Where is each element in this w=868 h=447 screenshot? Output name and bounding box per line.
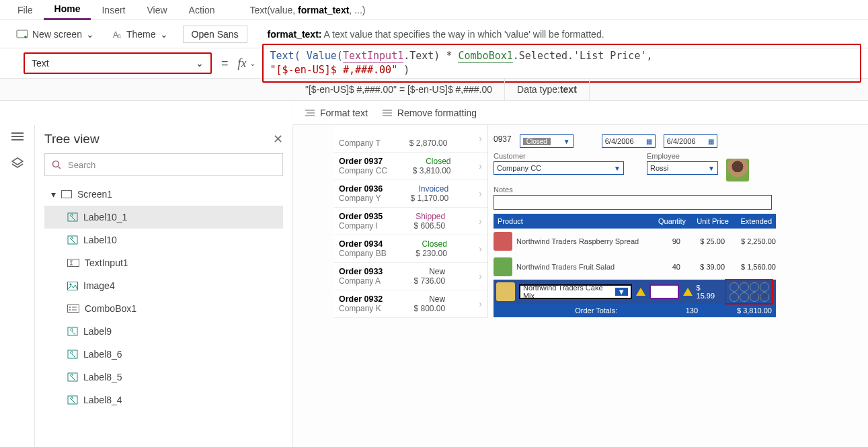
remove-format-icon: [383, 109, 392, 117]
order-row[interactable]: Order 0936Company Y Invoiced$ 1,170.00 ›: [333, 180, 487, 208]
quantity-input[interactable]: [649, 284, 679, 299]
extended-label-selected[interactable]: $ .00: [725, 279, 773, 304]
order-row[interactable]: Order 0934Company BB Closed$ 230.00 ›: [333, 235, 487, 263]
product-image: [494, 232, 512, 251]
line-item: Northwind Traders Fruit Salad 40$ 39.00$…: [494, 254, 776, 280]
menu-insert[interactable]: Insert: [91, 0, 136, 20]
data-type: Data type: text: [505, 78, 590, 101]
tree-node[interactable]: Label8_4: [44, 389, 283, 411]
product-combobox[interactable]: Northwind Traders Cake Mix▼: [519, 284, 632, 299]
theme-icon: Aa: [113, 30, 122, 39]
tree-node[interactable]: Image4: [44, 274, 283, 297]
chevron-down-icon: ⌄: [196, 58, 204, 69]
property-selector[interactable]: Text ⌄: [24, 52, 212, 74]
formula-editor[interactable]: Text( Value(TextInput1.Text) * ComboBox1…: [262, 44, 861, 83]
label-icon: [67, 212, 78, 222]
menu-action[interactable]: Action: [178, 0, 226, 20]
app-canvas: Company T $ 2,870.00 › Order 0937Company…: [293, 125, 868, 447]
theme-button[interactable]: Aa Theme ⌄: [104, 20, 177, 48]
calendar-icon: ▦: [708, 138, 714, 145]
tree-node[interactable]: Label8_5: [44, 366, 283, 389]
remove-formatting-button[interactable]: Remove formatting: [383, 108, 477, 118]
parameter-help: format_text: A text value that specifies…: [247, 29, 861, 40]
label-icon: [67, 327, 78, 336]
order-date-input[interactable]: 6/4/2006▦: [602, 134, 656, 148]
status-dropdown[interactable]: Closed▼: [520, 134, 574, 148]
warning-icon: [683, 288, 693, 296]
tree-node[interactable]: Label10_1: [44, 206, 283, 229]
line-item: Northwind Traders Raspberry Spread 90$ 2…: [494, 229, 776, 254]
order-row[interactable]: Company T $ 2,870.00 ›: [333, 125, 487, 153]
tree-node[interactable]: Label9: [44, 320, 283, 343]
order-row[interactable]: Order 0933Company A New$ 736.00 ›: [333, 263, 487, 290]
chevron-right-icon: ›: [479, 243, 482, 254]
customer-label: Customer: [494, 152, 624, 160]
tree-view-panel: Tree view ✕ Search ▾ Screen1 Label10_1La…: [35, 125, 293, 447]
warning-icon: [636, 288, 645, 296]
menu-home[interactable]: Home: [44, 0, 91, 20]
layers-icon[interactable]: [10, 156, 25, 171]
tree-node[interactable]: Label8_6: [44, 343, 283, 366]
tree-node-label: Label10: [83, 235, 117, 245]
order-detail: 0937 Closed▼ 6/4/2006▦ 6/4/2006▦ Custome…: [488, 125, 777, 317]
chevron-right-icon: ›: [479, 298, 482, 309]
font-picker[interactable]: Open Sans: [183, 26, 247, 43]
chevron-down-icon: ⌄: [160, 29, 168, 40]
paid-date-input[interactable]: 6/4/2006▦: [664, 134, 717, 148]
svg-rect-10: [68, 305, 79, 313]
svg-rect-4: [62, 191, 72, 198]
collapse-icon: ▾: [51, 189, 56, 200]
chevron-right-icon: ›: [479, 216, 482, 227]
order-row[interactable]: Order 0937Company CC Closed$ 3,810.00 ›: [333, 153, 487, 180]
tree-node[interactable]: TextInput1: [44, 251, 283, 274]
svg-point-11: [69, 307, 71, 308]
chevron-right-icon: ›: [479, 133, 482, 144]
search-icon: [52, 160, 61, 169]
close-panel-button[interactable]: ✕: [273, 132, 283, 147]
svg-point-12: [69, 309, 71, 311]
tree-node-label: TextInput1: [85, 257, 128, 268]
unit-price: $ 15.99: [697, 284, 721, 300]
svg-rect-7: [68, 259, 79, 267]
svg-text:a: a: [118, 32, 121, 39]
format-icon: [305, 109, 315, 117]
chevron-down-icon: ⌄: [86, 29, 94, 40]
svg-point-9: [70, 283, 72, 285]
product-image: [494, 257, 512, 276]
employee-dropdown[interactable]: Rossi▼: [647, 161, 718, 175]
new-screen-button[interactable]: New screen ⌄: [7, 20, 104, 48]
tree-node[interactable]: ComboBox1: [44, 297, 283, 320]
menu-file[interactable]: File: [7, 0, 44, 20]
textinput-icon: [67, 259, 79, 267]
label-icon: [67, 395, 78, 405]
tree-search-input[interactable]: Search: [44, 153, 283, 176]
chevron-down-icon: ⌄: [249, 59, 255, 68]
hamburger-icon[interactable]: [10, 129, 25, 144]
image-icon: [67, 282, 78, 290]
customer-dropdown[interactable]: Company CC▼: [494, 161, 624, 175]
screen-icon: [61, 190, 72, 198]
calendar-icon: ▦: [646, 138, 652, 145]
tree-node-label: Label10_1: [83, 212, 127, 222]
order-row[interactable]: Order 0935Company I Shipped$ 606.50 ›: [333, 208, 487, 235]
tree-view-title: Tree view: [44, 132, 100, 147]
fx-button[interactable]: fx⌄: [238, 56, 255, 71]
screen-icon: [16, 30, 28, 39]
label-icon: [67, 372, 78, 382]
format-text-button[interactable]: Format text: [305, 108, 368, 118]
tree-node-label: Image4: [83, 280, 115, 291]
chevron-right-icon: ›: [479, 271, 482, 282]
chevron-right-icon: ›: [479, 188, 482, 199]
notes-label: Notes: [494, 186, 772, 194]
new-line-row: Northwind Traders Cake Mix▼ $ 15.99 $ .0…: [494, 280, 776, 304]
order-list: Company T $ 2,870.00 › Order 0937Company…: [333, 125, 488, 318]
chevron-right-icon: ›: [479, 161, 482, 171]
notes-input[interactable]: [494, 195, 772, 210]
tree-node[interactable]: Label10: [44, 229, 283, 251]
product-image: [496, 282, 515, 301]
order-row[interactable]: Order 0932Company K New$ 800.00 ›: [333, 290, 487, 318]
tree-node-screen[interactable]: ▾ Screen1: [44, 183, 283, 206]
order-totals: Order Totals:130$ 3,810.00: [494, 304, 776, 317]
tree-node-label: Label8_6: [83, 349, 122, 360]
menu-view[interactable]: View: [136, 0, 177, 20]
